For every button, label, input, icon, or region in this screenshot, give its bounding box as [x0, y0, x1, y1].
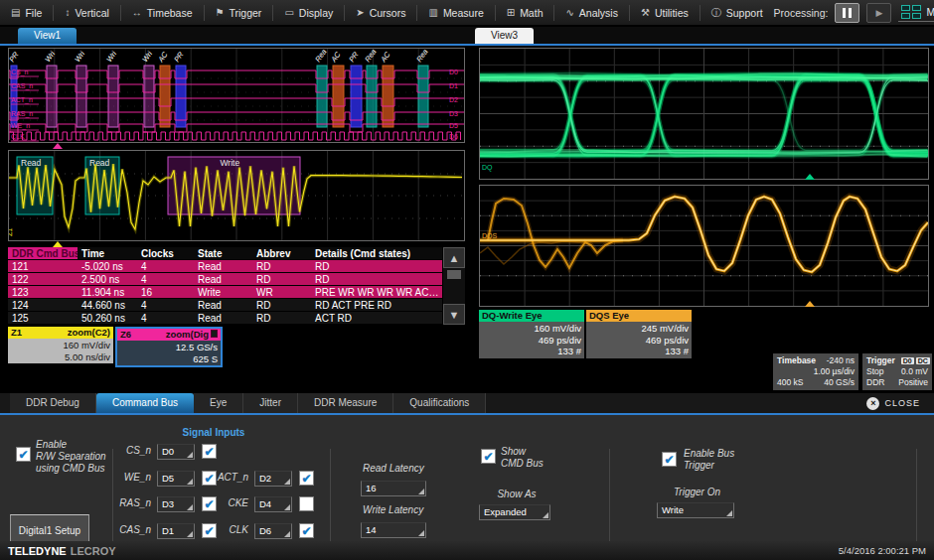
menu-trigger[interactable]: ⚑Trigger	[205, 0, 273, 25]
enable-bus-trigger-label: Enable BusTrigger	[684, 448, 763, 472]
signal-dropdown-clk[interactable]: D6	[254, 523, 292, 539]
menu-items: ▤File↕Vertical↔Timebase⚑Trigger▭Display➤…	[0, 0, 774, 25]
dqs-eye-descriptor-box[interactable]: DQS Eye 245 mV/div469 ps/div133 #	[586, 310, 692, 358]
tab-view3[interactable]: View3	[475, 28, 534, 44]
signal-checkbox-clk[interactable]: ✔	[299, 523, 314, 538]
svg-text:Rea: Rea	[313, 48, 328, 64]
dialog-tab-ddr-debug[interactable]: DDR Debug	[10, 393, 96, 413]
show-cmd-bus-checkbox[interactable]: ✔	[481, 449, 496, 464]
signal-label-cke: CKE	[203, 497, 248, 509]
table-row[interactable]: 12444.660 ns4ReadRDRD ACT PRE RD	[8, 299, 442, 312]
z1-descriptor-box[interactable]: Z1zoom(C2) 160 mV/div5.00 ns/div	[8, 327, 113, 363]
status-bar: TELEDYNELECROY 5/4/2016 2:00:21 PM	[0, 541, 934, 560]
dropdown-corner-icon	[187, 452, 193, 458]
table-row[interactable]: 12311.904 ns16WriteWRPRE WR WR WR WR AC……	[8, 286, 442, 299]
menu-cursors[interactable]: ➤Cursors	[345, 0, 416, 25]
close-icon: ×	[866, 397, 879, 410]
table-row[interactable]: 1222.500 ns4ReadRDRD	[8, 273, 442, 286]
signal-dropdown-cs_n[interactable]: D0	[157, 444, 195, 460]
dropdown-corner-icon	[187, 531, 193, 537]
scroll-down-button[interactable]: ▼	[443, 304, 465, 325]
math-icon: ⊞	[507, 7, 515, 18]
signal-dropdown-cas_n[interactable]: D1	[157, 523, 195, 539]
menu-analysis[interactable]: ∿Analysis	[554, 0, 629, 25]
green-eye-marker[interactable]	[805, 174, 815, 180]
scroll-thumb[interactable]	[447, 270, 461, 279]
dropdown-corner-icon	[543, 512, 548, 518]
signal-dropdown-we_n[interactable]: D5	[157, 471, 195, 487]
digital-bus-waveform-view[interactable]: PRWriWriWriWriACPRReaACPRReaACReaCS_nCAS…	[8, 48, 465, 143]
timebase-summary-box[interactable]: Timebase-240 ns 1.00 µs/div 400 kS40 GS/…	[773, 353, 858, 390]
table-row[interactable]: 12550.260 ns4ReadRDACT RD	[8, 312, 442, 325]
svg-text:Rea: Rea	[363, 48, 378, 64]
svg-text:ACT_n: ACT_n	[11, 96, 33, 104]
datetime-label: 5/4/2016 2:00:21 PM	[839, 545, 926, 556]
zoom-z1-waveform-view[interactable]: ReadReadWriteZ1	[8, 150, 465, 241]
dqs-waveform-view[interactable]: DQS	[479, 185, 929, 307]
dialog-tab-ddr-measure[interactable]: DDR Measure	[298, 393, 393, 413]
tab-view1[interactable]: View1	[18, 28, 77, 44]
menu-math[interactable]: ⊞Math	[496, 0, 554, 25]
menu-bar: ▤File↕Vertical↔Timebase⚑Trigger▭Display➤…	[0, 0, 934, 26]
signal-checkbox-cke[interactable]	[299, 496, 314, 511]
signal-checkbox-act_n[interactable]: ✔	[299, 471, 314, 486]
scroll-track[interactable]	[443, 281, 465, 304]
table-header-row: DDR Cmd BusTimeClocksStateAbbrevDetails …	[8, 247, 442, 260]
trigger-summary-box[interactable]: Trigger D0DC Stop0.0 mV DDRPositive	[862, 353, 932, 390]
show-as-dropdown[interactable]: Expanded	[479, 504, 550, 520]
pause-button[interactable]	[835, 3, 859, 23]
svg-text:D5: D5	[449, 122, 458, 129]
enable-rw-separation-checkbox[interactable]: ✔	[16, 447, 31, 462]
enable-bus-trigger-checkbox[interactable]: ✔	[662, 452, 677, 467]
menu-vertical[interactable]: ↕Vertical	[54, 0, 119, 25]
dialog-tab-qualifications[interactable]: Qualifications	[393, 393, 486, 413]
table-row[interactable]: 121-5.020 ns4ReadRDRD	[8, 260, 442, 273]
dropdown-corner-icon	[187, 504, 193, 510]
svg-text:RAS_n: RAS_n	[11, 110, 33, 118]
digital-cursor-marker[interactable]	[53, 143, 63, 149]
svg-text:Z1: Z1	[8, 228, 13, 236]
timebase-icon: ↔	[132, 7, 142, 18]
svg-text:D3: D3	[449, 110, 458, 117]
dropdown-corner-icon	[726, 510, 732, 516]
signal-label-act_n: ACT_n	[203, 472, 248, 484]
z6-descriptor-box[interactable]: Z6 zoom(Dig 12.5 GS/s625 S	[115, 327, 223, 367]
menu-file[interactable]: ▤File	[0, 0, 53, 25]
svg-text:D2: D2	[449, 96, 458, 103]
dialog-tab-command-bus[interactable]: Command Bus	[96, 393, 194, 413]
mosaic-dropdown[interactable]: Mosaic	[898, 3, 934, 22]
trigger-on-label: Trigger On	[674, 487, 720, 498]
view-tab-row: View1 View3	[0, 27, 934, 46]
svg-text:DQ: DQ	[482, 164, 493, 172]
dq-write-eye-descriptor-box[interactable]: DQ-Write Eye 160 mV/div469 ps/div133 #	[479, 310, 584, 358]
signal-checkbox-cs_n[interactable]: ✔	[202, 444, 217, 459]
read-latency-dropdown[interactable]: 16	[361, 481, 426, 496]
play-button[interactable]: ▶	[866, 3, 891, 23]
dropdown-corner-icon	[284, 479, 290, 485]
menu-utilities[interactable]: ⚒Utilities	[630, 0, 700, 25]
close-button[interactable]: × CLOSE	[866, 393, 920, 413]
menu-display[interactable]: ▭Display	[273, 0, 344, 25]
scroll-up-button[interactable]: ▲	[443, 247, 465, 268]
dropdown-corner-icon	[284, 504, 290, 510]
signal-inputs-title: Signal Inputs	[149, 427, 278, 438]
dq-eye-diagram-view[interactable]: DQ	[479, 48, 929, 180]
menu-support[interactable]: ⓘSupport	[700, 0, 774, 25]
measure-icon: ▥	[428, 7, 437, 18]
write-latency-dropdown[interactable]: 14	[361, 522, 426, 538]
dialog-tab-eye[interactable]: Eye	[194, 393, 243, 413]
svg-text:AC: AC	[156, 50, 170, 65]
signal-dropdown-act_n[interactable]: D2	[254, 471, 292, 487]
svg-text:CLK: CLK	[11, 133, 25, 140]
svg-text:AC: AC	[329, 50, 343, 65]
signal-dropdown-cke[interactable]: D4	[254, 496, 292, 512]
show-cmd-bus-label: ShowCMD Bus	[501, 446, 570, 470]
orange-view-marker[interactable]	[805, 301, 815, 307]
menu-timebase[interactable]: ↔Timebase	[121, 0, 204, 25]
menu-measure[interactable]: ▥Measure	[417, 0, 494, 25]
trigger-on-dropdown[interactable]: Write	[657, 502, 734, 518]
signal-dropdown-ras_n[interactable]: D3	[157, 496, 195, 512]
dialog-tab-jitter[interactable]: Jitter	[243, 393, 298, 413]
utilities-icon: ⚒	[641, 7, 650, 18]
svg-text:AC: AC	[379, 50, 392, 65]
